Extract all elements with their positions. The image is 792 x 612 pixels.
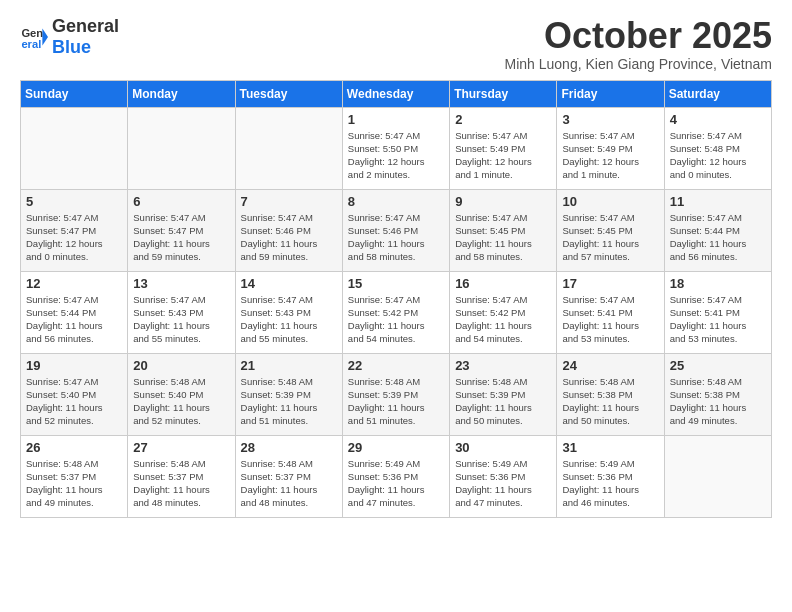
day-number: 14	[241, 276, 337, 291]
day-number: 29	[348, 440, 444, 455]
calendar-cell: 6Sunrise: 5:47 AM Sunset: 5:47 PM Daylig…	[128, 189, 235, 271]
calendar-cell: 17Sunrise: 5:47 AM Sunset: 5:41 PM Dayli…	[557, 271, 664, 353]
calendar-cell: 22Sunrise: 5:48 AM Sunset: 5:39 PM Dayli…	[342, 353, 449, 435]
day-number: 31	[562, 440, 658, 455]
day-number: 3	[562, 112, 658, 127]
day-info: Sunrise: 5:48 AM Sunset: 5:37 PM Dayligh…	[241, 457, 337, 510]
day-number: 20	[133, 358, 229, 373]
day-number: 4	[670, 112, 766, 127]
svg-text:eral: eral	[21, 38, 41, 50]
day-info: Sunrise: 5:48 AM Sunset: 5:37 PM Dayligh…	[26, 457, 122, 510]
day-info: Sunrise: 5:47 AM Sunset: 5:45 PM Dayligh…	[455, 211, 551, 264]
day-info: Sunrise: 5:48 AM Sunset: 5:38 PM Dayligh…	[670, 375, 766, 428]
day-number: 8	[348, 194, 444, 209]
day-number: 27	[133, 440, 229, 455]
day-header-wednesday: Wednesday	[342, 80, 449, 107]
calendar-cell: 25Sunrise: 5:48 AM Sunset: 5:38 PM Dayli…	[664, 353, 771, 435]
day-info: Sunrise: 5:47 AM Sunset: 5:43 PM Dayligh…	[133, 293, 229, 346]
day-number: 25	[670, 358, 766, 373]
calendar-week-row: 26Sunrise: 5:48 AM Sunset: 5:37 PM Dayli…	[21, 435, 772, 517]
calendar-cell: 31Sunrise: 5:49 AM Sunset: 5:36 PM Dayli…	[557, 435, 664, 517]
calendar-cell: 9Sunrise: 5:47 AM Sunset: 5:45 PM Daylig…	[450, 189, 557, 271]
day-info: Sunrise: 5:47 AM Sunset: 5:44 PM Dayligh…	[670, 211, 766, 264]
day-number: 2	[455, 112, 551, 127]
day-header-tuesday: Tuesday	[235, 80, 342, 107]
logo-text-blue: Blue	[52, 37, 91, 57]
day-info: Sunrise: 5:48 AM Sunset: 5:39 PM Dayligh…	[455, 375, 551, 428]
logo-text-general: General	[52, 16, 119, 36]
day-number: 6	[133, 194, 229, 209]
calendar-cell	[128, 107, 235, 189]
day-info: Sunrise: 5:47 AM Sunset: 5:42 PM Dayligh…	[348, 293, 444, 346]
calendar-cell: 8Sunrise: 5:47 AM Sunset: 5:46 PM Daylig…	[342, 189, 449, 271]
day-number: 26	[26, 440, 122, 455]
calendar-body: 1Sunrise: 5:47 AM Sunset: 5:50 PM Daylig…	[21, 107, 772, 517]
day-info: Sunrise: 5:47 AM Sunset: 5:46 PM Dayligh…	[348, 211, 444, 264]
day-number: 11	[670, 194, 766, 209]
calendar-cell: 23Sunrise: 5:48 AM Sunset: 5:39 PM Dayli…	[450, 353, 557, 435]
day-number: 21	[241, 358, 337, 373]
calendar-cell: 29Sunrise: 5:49 AM Sunset: 5:36 PM Dayli…	[342, 435, 449, 517]
day-info: Sunrise: 5:47 AM Sunset: 5:47 PM Dayligh…	[26, 211, 122, 264]
day-info: Sunrise: 5:49 AM Sunset: 5:36 PM Dayligh…	[562, 457, 658, 510]
day-info: Sunrise: 5:49 AM Sunset: 5:36 PM Dayligh…	[455, 457, 551, 510]
day-number: 15	[348, 276, 444, 291]
day-header-thursday: Thursday	[450, 80, 557, 107]
day-info: Sunrise: 5:47 AM Sunset: 5:40 PM Dayligh…	[26, 375, 122, 428]
calendar-cell: 19Sunrise: 5:47 AM Sunset: 5:40 PM Dayli…	[21, 353, 128, 435]
day-number: 23	[455, 358, 551, 373]
calendar-cell: 18Sunrise: 5:47 AM Sunset: 5:41 PM Dayli…	[664, 271, 771, 353]
day-info: Sunrise: 5:47 AM Sunset: 5:46 PM Dayligh…	[241, 211, 337, 264]
day-number: 10	[562, 194, 658, 209]
day-number: 19	[26, 358, 122, 373]
logo: Gen eral General Blue	[20, 16, 119, 58]
calendar-cell: 1Sunrise: 5:47 AM Sunset: 5:50 PM Daylig…	[342, 107, 449, 189]
title-block: October 2025 Minh Luong, Kien Giang Prov…	[505, 16, 772, 72]
calendar-table: SundayMondayTuesdayWednesdayThursdayFrid…	[20, 80, 772, 518]
calendar-cell: 26Sunrise: 5:48 AM Sunset: 5:37 PM Dayli…	[21, 435, 128, 517]
calendar-cell	[21, 107, 128, 189]
day-info: Sunrise: 5:48 AM Sunset: 5:39 PM Dayligh…	[241, 375, 337, 428]
calendar-cell: 30Sunrise: 5:49 AM Sunset: 5:36 PM Dayli…	[450, 435, 557, 517]
calendar-cell: 16Sunrise: 5:47 AM Sunset: 5:42 PM Dayli…	[450, 271, 557, 353]
day-info: Sunrise: 5:47 AM Sunset: 5:48 PM Dayligh…	[670, 129, 766, 182]
calendar-cell: 4Sunrise: 5:47 AM Sunset: 5:48 PM Daylig…	[664, 107, 771, 189]
day-number: 1	[348, 112, 444, 127]
day-info: Sunrise: 5:47 AM Sunset: 5:49 PM Dayligh…	[562, 129, 658, 182]
calendar-week-row: 5Sunrise: 5:47 AM Sunset: 5:47 PM Daylig…	[21, 189, 772, 271]
calendar-header-row: SundayMondayTuesdayWednesdayThursdayFrid…	[21, 80, 772, 107]
calendar-cell: 13Sunrise: 5:47 AM Sunset: 5:43 PM Dayli…	[128, 271, 235, 353]
calendar-cell: 28Sunrise: 5:48 AM Sunset: 5:37 PM Dayli…	[235, 435, 342, 517]
day-number: 24	[562, 358, 658, 373]
calendar-cell: 10Sunrise: 5:47 AM Sunset: 5:45 PM Dayli…	[557, 189, 664, 271]
page-header: Gen eral General Blue October 2025 Minh …	[20, 16, 772, 72]
svg-text:Gen: Gen	[21, 27, 43, 39]
day-number: 16	[455, 276, 551, 291]
day-info: Sunrise: 5:49 AM Sunset: 5:36 PM Dayligh…	[348, 457, 444, 510]
calendar-week-row: 1Sunrise: 5:47 AM Sunset: 5:50 PM Daylig…	[21, 107, 772, 189]
day-info: Sunrise: 5:47 AM Sunset: 5:45 PM Dayligh…	[562, 211, 658, 264]
day-info: Sunrise: 5:47 AM Sunset: 5:42 PM Dayligh…	[455, 293, 551, 346]
day-number: 17	[562, 276, 658, 291]
month-title: October 2025	[505, 16, 772, 56]
logo-icon: Gen eral	[20, 23, 48, 51]
calendar-cell: 27Sunrise: 5:48 AM Sunset: 5:37 PM Dayli…	[128, 435, 235, 517]
day-number: 5	[26, 194, 122, 209]
day-number: 30	[455, 440, 551, 455]
location-subtitle: Minh Luong, Kien Giang Province, Vietnam	[505, 56, 772, 72]
day-number: 7	[241, 194, 337, 209]
day-info: Sunrise: 5:48 AM Sunset: 5:37 PM Dayligh…	[133, 457, 229, 510]
day-info: Sunrise: 5:47 AM Sunset: 5:49 PM Dayligh…	[455, 129, 551, 182]
calendar-cell: 21Sunrise: 5:48 AM Sunset: 5:39 PM Dayli…	[235, 353, 342, 435]
day-header-saturday: Saturday	[664, 80, 771, 107]
calendar-cell: 12Sunrise: 5:47 AM Sunset: 5:44 PM Dayli…	[21, 271, 128, 353]
day-number: 12	[26, 276, 122, 291]
calendar-week-row: 19Sunrise: 5:47 AM Sunset: 5:40 PM Dayli…	[21, 353, 772, 435]
day-info: Sunrise: 5:47 AM Sunset: 5:47 PM Dayligh…	[133, 211, 229, 264]
calendar-cell: 14Sunrise: 5:47 AM Sunset: 5:43 PM Dayli…	[235, 271, 342, 353]
day-info: Sunrise: 5:47 AM Sunset: 5:44 PM Dayligh…	[26, 293, 122, 346]
day-info: Sunrise: 5:47 AM Sunset: 5:50 PM Dayligh…	[348, 129, 444, 182]
calendar-cell: 11Sunrise: 5:47 AM Sunset: 5:44 PM Dayli…	[664, 189, 771, 271]
calendar-cell: 15Sunrise: 5:47 AM Sunset: 5:42 PM Dayli…	[342, 271, 449, 353]
calendar-cell: 3Sunrise: 5:47 AM Sunset: 5:49 PM Daylig…	[557, 107, 664, 189]
